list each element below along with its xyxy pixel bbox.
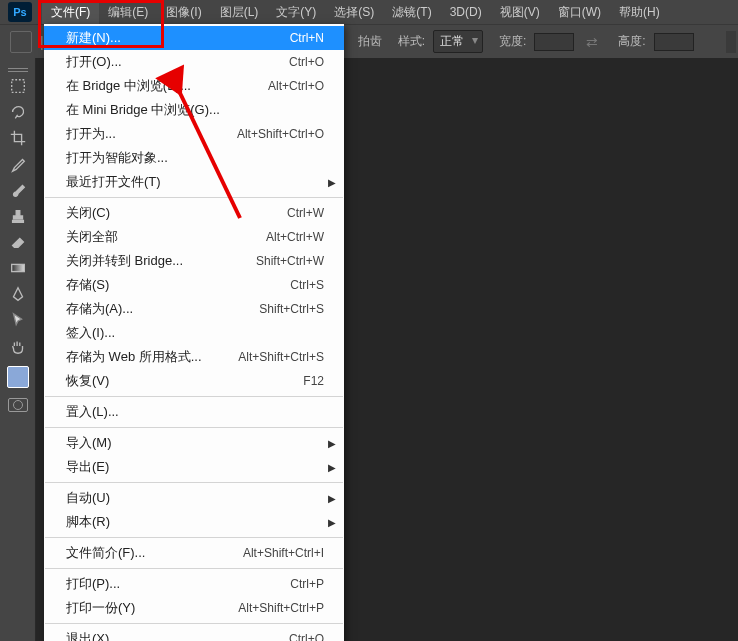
submenu-arrow-icon: ▶ <box>328 177 336 188</box>
menu-item-27[interactable]: 打印(P)...Ctrl+P <box>44 572 344 596</box>
menu-file[interactable]: 文件(F) <box>42 1 99 24</box>
menu-type[interactable]: 文字(Y) <box>267 1 325 24</box>
menu-item-20[interactable]: 导出(E)▶ <box>44 455 344 479</box>
menu-item-15[interactable]: 恢复(V)F12 <box>44 369 344 393</box>
menu-item-shortcut: Alt+Shift+Ctrl+P <box>238 601 324 615</box>
menu-item-14[interactable]: 存储为 Web 所用格式...Alt+Shift+Ctrl+S <box>44 345 344 369</box>
menu-item-30[interactable]: 退出(X)Ctrl+Q <box>44 627 344 641</box>
snap-label: 拍齿 <box>358 33 382 50</box>
height-input[interactable] <box>654 33 694 51</box>
menu-item-9[interactable]: 关闭全部Alt+Ctrl+W <box>44 225 344 249</box>
menu-3d[interactable]: 3D(D) <box>441 2 491 22</box>
menu-item-shortcut: Alt+Ctrl+W <box>266 230 324 244</box>
toolbar <box>0 58 36 641</box>
menu-item-19[interactable]: 导入(M)▶ <box>44 431 344 455</box>
submenu-arrow-icon: ▶ <box>328 493 336 504</box>
menu-separator <box>45 197 343 198</box>
brush-tool-icon[interactable] <box>6 178 30 202</box>
menu-view[interactable]: 视图(V) <box>491 1 549 24</box>
eyedropper-tool-icon[interactable] <box>6 152 30 176</box>
menu-item-label: 打开为智能对象... <box>66 149 168 167</box>
menu-separator <box>45 568 343 569</box>
stamp-tool-icon[interactable] <box>6 204 30 228</box>
menu-item-shortcut: Alt+Shift+Ctrl+I <box>243 546 324 560</box>
menu-item-label: 打印(P)... <box>66 575 120 593</box>
menu-image[interactable]: 图像(I) <box>157 1 210 24</box>
width-label: 宽度: <box>499 33 526 50</box>
menu-item-shortcut: Shift+Ctrl+S <box>259 302 324 316</box>
menu-item-0[interactable]: 新建(N)...Ctrl+N <box>44 26 344 50</box>
hand-tool-icon[interactable] <box>6 334 30 358</box>
submenu-arrow-icon: ▶ <box>328 462 336 473</box>
svg-rect-1 <box>11 264 24 271</box>
menu-item-13[interactable]: 签入(I)... <box>44 321 344 345</box>
menu-item-23[interactable]: 脚本(R)▶ <box>44 510 344 534</box>
menu-item-shortcut: Ctrl+N <box>290 31 324 45</box>
menu-item-2[interactable]: 在 Bridge 中浏览(B)...Alt+Ctrl+O <box>44 74 344 98</box>
quickmask-icon[interactable] <box>8 398 28 412</box>
pen-tool-icon[interactable] <box>6 282 30 306</box>
menu-layer[interactable]: 图层(L) <box>211 1 268 24</box>
menu-item-label: 关闭并转到 Bridge... <box>66 252 183 270</box>
menu-item-label: 存储(S) <box>66 276 109 294</box>
menu-item-label: 新建(N)... <box>66 29 121 47</box>
menu-help[interactable]: 帮助(H) <box>610 1 669 24</box>
menu-select[interactable]: 选择(S) <box>325 1 383 24</box>
menu-item-shortcut: F12 <box>303 374 324 388</box>
menu-item-label: 退出(X) <box>66 630 109 641</box>
menu-item-label: 在 Bridge 中浏览(B)... <box>66 77 191 95</box>
svg-rect-0 <box>11 80 24 93</box>
menu-item-28[interactable]: 打印一份(Y)Alt+Shift+Ctrl+P <box>44 596 344 620</box>
menu-item-label: 导入(M) <box>66 434 112 452</box>
menu-item-shortcut: Ctrl+Q <box>289 632 324 641</box>
menu-item-label: 关闭(C) <box>66 204 110 222</box>
menu-item-1[interactable]: 打开(O)...Ctrl+O <box>44 50 344 74</box>
gradient-tool-icon[interactable] <box>6 256 30 280</box>
menu-item-label: 存储为(A)... <box>66 300 133 318</box>
menu-item-22[interactable]: 自动(U)▶ <box>44 486 344 510</box>
menu-item-label: 打开为... <box>66 125 116 143</box>
marquee-tool-icon[interactable] <box>6 74 30 98</box>
menu-item-label: 最近打开文件(T) <box>66 173 161 191</box>
menu-item-4[interactable]: 打开为...Alt+Shift+Ctrl+O <box>44 122 344 146</box>
path-select-tool-icon[interactable] <box>6 308 30 332</box>
menu-item-shortcut: Alt+Ctrl+O <box>268 79 324 93</box>
menu-separator <box>45 623 343 624</box>
menu-item-5[interactable]: 打开为智能对象... <box>44 146 344 170</box>
menu-filter[interactable]: 滤镜(T) <box>383 1 440 24</box>
menu-separator <box>45 482 343 483</box>
menu-separator <box>45 537 343 538</box>
options-end <box>726 31 736 53</box>
swap-icon[interactable]: ⇄ <box>586 34 598 50</box>
menu-item-label: 文件简介(F)... <box>66 544 145 562</box>
lasso-tool-icon[interactable] <box>6 100 30 124</box>
menu-item-label: 打开(O)... <box>66 53 122 71</box>
menu-edit[interactable]: 编辑(E) <box>99 1 157 24</box>
eraser-tool-icon[interactable] <box>6 230 30 254</box>
menu-item-17[interactable]: 置入(L)... <box>44 400 344 424</box>
style-select[interactable]: 正常 <box>433 30 483 53</box>
menu-separator <box>45 396 343 397</box>
menu-separator <box>45 427 343 428</box>
menu-item-6[interactable]: 最近打开文件(T)▶ <box>44 170 344 194</box>
menu-item-25[interactable]: 文件简介(F)...Alt+Shift+Ctrl+I <box>44 541 344 565</box>
menu-item-label: 存储为 Web 所用格式... <box>66 348 202 366</box>
menu-item-label: 自动(U) <box>66 489 110 507</box>
menu-item-label: 脚本(R) <box>66 513 110 531</box>
crop-tool-icon[interactable] <box>6 126 30 150</box>
tool-preset-icon[interactable] <box>10 31 32 53</box>
menu-item-11[interactable]: 存储(S)Ctrl+S <box>44 273 344 297</box>
menu-item-label: 打印一份(Y) <box>66 599 135 617</box>
menu-item-shortcut: Ctrl+O <box>289 55 324 69</box>
foreground-color-icon[interactable] <box>7 366 29 388</box>
toolbar-flyout-icon[interactable] <box>8 68 28 72</box>
menu-window[interactable]: 窗口(W) <box>549 1 610 24</box>
menu-item-12[interactable]: 存储为(A)...Shift+Ctrl+S <box>44 297 344 321</box>
menu-item-label: 签入(I)... <box>66 324 115 342</box>
submenu-arrow-icon: ▶ <box>328 438 336 449</box>
width-input[interactable] <box>534 33 574 51</box>
menu-item-10[interactable]: 关闭并转到 Bridge...Shift+Ctrl+W <box>44 249 344 273</box>
menu-item-8[interactable]: 关闭(C)Ctrl+W <box>44 201 344 225</box>
menu-item-3[interactable]: 在 Mini Bridge 中浏览(G)... <box>44 98 344 122</box>
style-label: 样式: <box>398 33 425 50</box>
